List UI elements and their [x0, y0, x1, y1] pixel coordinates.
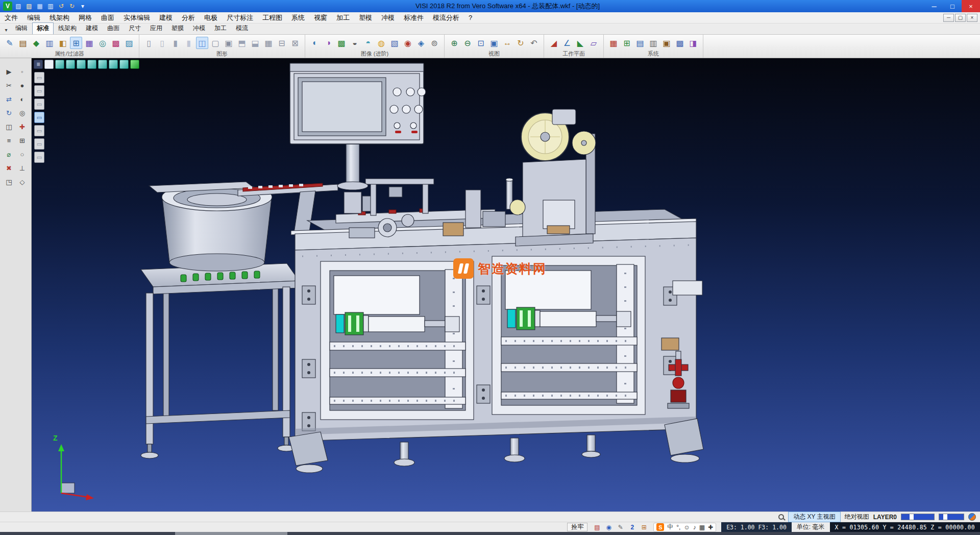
- snap-free-icon[interactable]: ◦: [17, 66, 28, 77]
- help-system-icon[interactable]: ◨: [687, 37, 699, 49]
- snapshot-icon[interactable]: ◉: [402, 37, 414, 49]
- menu-wireframe[interactable]: 线架构: [45, 12, 74, 23]
- viewport[interactable]: ≡ ▭▭▭▭▭▭▭ 智造资料网 Z: [32, 58, 980, 512]
- snap-intersection-icon[interactable]: ✚: [17, 121, 28, 132]
- print-icon[interactable]: ▥: [46, 2, 55, 11]
- workplane-3points-icon[interactable]: ∠: [561, 37, 573, 49]
- advanced-shading-icon[interactable]: ◐: [309, 37, 321, 49]
- filter-wireframe-icon[interactable]: ▭: [34, 99, 44, 110]
- menu-electrode[interactable]: 电极: [200, 12, 222, 23]
- profile-manager-icon[interactable]: ▤: [634, 37, 646, 49]
- workplane-view-icon[interactable]: ▱: [587, 37, 600, 49]
- filter-mesh-icon[interactable]: ▭: [34, 138, 44, 150]
- dynamic-section-icon[interactable]: ◈: [415, 37, 427, 49]
- color-filter-icon[interactable]: ◧: [57, 37, 69, 49]
- plot-icon[interactable]: ▥: [647, 37, 659, 49]
- redo-icon[interactable]: ↻: [67, 2, 77, 11]
- filter-all-icon[interactable]: ▭: [34, 72, 44, 83]
- texture-icon[interactable]: ▩: [335, 37, 348, 49]
- view-left-icon[interactable]: [87, 60, 96, 69]
- tab-dimension[interactable]: 尺寸: [124, 22, 145, 34]
- grid-settings-icon[interactable]: ⊞: [621, 37, 633, 49]
- display-hidden-line-icon[interactable]: ▯: [156, 37, 168, 49]
- close-button[interactable]: ×: [962, 0, 980, 12]
- mdi-close-button[interactable]: ×: [967, 14, 977, 22]
- menu-surface[interactable]: 曲面: [96, 12, 119, 23]
- menu-window[interactable]: 视窗: [309, 12, 332, 23]
- new-file-icon[interactable]: ▧: [14, 2, 23, 11]
- display-transparent-icon[interactable]: ◫: [196, 37, 208, 49]
- menu-drawing[interactable]: 工程图: [258, 12, 287, 23]
- menu-die[interactable]: 冲模: [377, 12, 399, 23]
- history-icon[interactable]: ▤: [593, 523, 601, 531]
- display-rendered-icon[interactable]: ▮: [183, 37, 195, 49]
- menu-analysis[interactable]: 分析: [177, 12, 200, 23]
- zoom-in-icon[interactable]: ⊕: [448, 37, 460, 49]
- sogou-logo-icon[interactable]: S: [656, 523, 664, 531]
- system-settings-icon[interactable]: ▦: [607, 37, 620, 49]
- menu-mold[interactable]: 塑模: [354, 12, 377, 23]
- layer-color-bar-a[interactable]: [901, 514, 935, 520]
- horizontal-scrollbar[interactable]: [0, 532, 980, 535]
- delete-tool-icon[interactable]: ✖: [4, 163, 15, 173]
- zoom-fit-icon[interactable]: ▣: [488, 37, 500, 49]
- tab-molding[interactable]: 塑膜: [167, 22, 188, 34]
- snap-end-icon[interactable]: ●: [17, 80, 28, 90]
- trim-tool-icon[interactable]: ✂: [4, 80, 15, 90]
- layer-manager-icon[interactable]: ▥: [43, 37, 56, 49]
- view-clear-icon[interactable]: [44, 60, 54, 69]
- measure-tool-icon[interactable]: ⌀: [4, 149, 15, 159]
- display-section-icon[interactable]: ⊟: [276, 37, 288, 49]
- tab-application[interactable]: 应用: [145, 22, 167, 34]
- macro-icon[interactable]: ▣: [660, 37, 673, 49]
- ime-emoji-icon[interactable]: ☺: [683, 523, 690, 531]
- material-icon[interactable]: ◑: [322, 37, 334, 49]
- mdi-minimize-button[interactable]: ─: [943, 14, 954, 22]
- view-right-icon[interactable]: [77, 60, 86, 69]
- show-hide-icon[interactable]: ◎: [96, 37, 109, 49]
- light-source-icon[interactable]: ◍: [375, 37, 387, 49]
- ime-lang-icon[interactable]: 中: [667, 523, 673, 531]
- menu-flow-analysis[interactable]: 模流分析: [428, 12, 464, 23]
- count-badge[interactable]: 2: [628, 523, 636, 531]
- tab-machining[interactable]: 加工: [210, 22, 231, 34]
- menu-solid-edit[interactable]: 实体编辑: [119, 12, 155, 23]
- menu-dimensioning[interactable]: 尺寸标注: [222, 12, 258, 23]
- view-front-icon[interactable]: [66, 60, 75, 69]
- view-iso-sw-icon[interactable]: [98, 60, 107, 69]
- display-bounding-icon[interactable]: ⊠: [289, 37, 301, 49]
- display-wireframe-icon[interactable]: ▯: [143, 37, 155, 49]
- menu-system[interactable]: 系统: [287, 12, 309, 23]
- view-mode-dropdown[interactable]: 动态 XY 主视图: [788, 512, 840, 522]
- view-shaded-icon[interactable]: [130, 60, 139, 69]
- element-info-icon[interactable]: ◆: [30, 37, 42, 49]
- display-curves-icon[interactable]: ▣: [223, 37, 235, 49]
- offset-tool-icon[interactable]: ≡: [4, 135, 15, 145]
- tab-wireframe[interactable]: 线架构: [54, 22, 81, 34]
- copy-attributes-icon[interactable]: ▤: [17, 37, 29, 49]
- workplane-standard-icon[interactable]: ◢: [548, 37, 560, 49]
- mask-elements-icon[interactable]: ▦: [83, 37, 95, 49]
- annotation-icon[interactable]: ✎: [616, 523, 625, 531]
- snap-tangent-icon[interactable]: ○: [17, 149, 28, 159]
- mdi-restore-button[interactable]: ▢: [955, 14, 966, 22]
- ime-voice-icon[interactable]: ♪: [693, 523, 696, 531]
- select-tool-icon[interactable]: ▶: [4, 66, 15, 77]
- filter-solids-icon[interactable]: ▭: [34, 112, 44, 123]
- previous-view-icon[interactable]: ↶: [528, 37, 540, 49]
- mirror-tool-icon[interactable]: ◫: [4, 121, 15, 132]
- shadow-icon[interactable]: ◒: [349, 37, 361, 49]
- open-file-icon[interactable]: ▨: [24, 2, 34, 11]
- filter-points-icon[interactable]: ▭: [34, 85, 44, 96]
- menu-standard-parts[interactable]: 标准件: [399, 12, 428, 23]
- tab-overflow-button[interactable]: ▾: [2, 25, 11, 34]
- tab-modeling[interactable]: 建模: [81, 22, 103, 34]
- render-settings-icon[interactable]: ⊚: [428, 37, 440, 49]
- maximize-button[interactable]: □: [943, 0, 962, 12]
- menu-mesh[interactable]: 网格: [74, 12, 96, 23]
- workplane-indicator-icon[interactable]: [968, 513, 976, 521]
- reflection-icon[interactable]: ◓: [362, 37, 374, 49]
- ime-punct-icon[interactable]: °,: [676, 523, 680, 531]
- undo-icon[interactable]: ↺: [57, 2, 66, 11]
- view-top-icon[interactable]: [55, 60, 64, 69]
